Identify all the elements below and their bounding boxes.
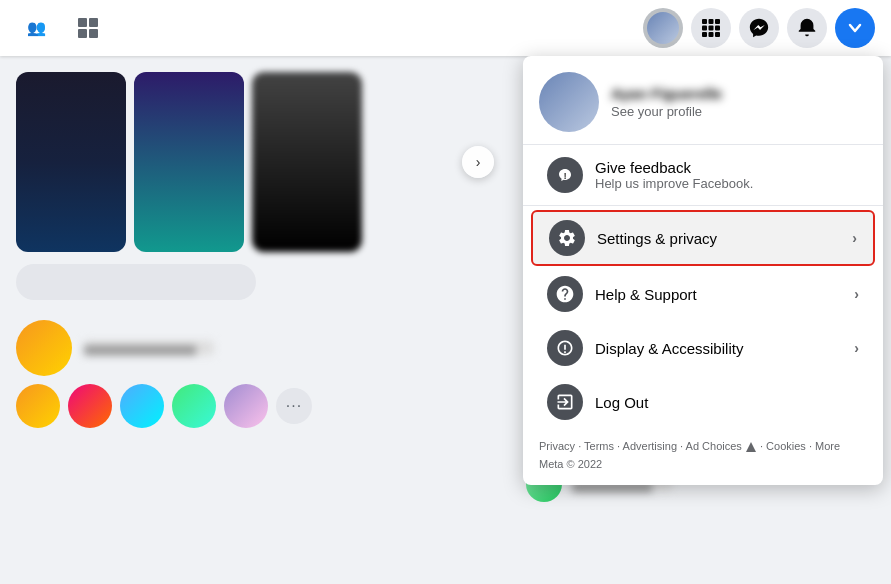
messenger-icon-btn[interactable] bbox=[739, 8, 779, 48]
svg-rect-14 bbox=[715, 32, 720, 37]
svg-rect-2 bbox=[78, 18, 87, 27]
dropdown-profile-item[interactable]: Ayan Figuerelle See your profile bbox=[523, 64, 883, 145]
grid-icon-btn[interactable] bbox=[691, 8, 731, 48]
display-title: Display & Accessibility bbox=[595, 340, 842, 357]
user-list-item: xxxxxxxxxxxxxx bbox=[16, 312, 494, 384]
svg-rect-8 bbox=[715, 19, 720, 24]
dropdown-item-logout[interactable]: Log Out bbox=[531, 376, 875, 428]
user-avatar-1 bbox=[16, 320, 72, 376]
story-card-3[interactable] bbox=[252, 72, 362, 252]
left-panel: › xxxxxxxxxxxxxx ··· bbox=[0, 56, 510, 584]
svg-rect-11 bbox=[715, 26, 720, 31]
footer-terms[interactable]: Terms bbox=[584, 440, 614, 452]
dropdown-footer: Privacy · Terms · Advertising · Ad Choic… bbox=[523, 430, 883, 477]
footer-cookies[interactable]: Cookies bbox=[766, 440, 806, 452]
profile-info: Ayan Figuerelle See your profile bbox=[611, 85, 722, 119]
footer-adchoices[interactable]: Ad Choices bbox=[686, 440, 742, 452]
logout-title: Log Out bbox=[595, 394, 859, 411]
feedback-subtitle: Help us improve Facebook. bbox=[595, 176, 859, 191]
dropdown-menu: Ayan Figuerelle See your profile ! Give … bbox=[523, 56, 883, 485]
dropdown-item-display[interactable]: Display & Accessibility › bbox=[531, 322, 875, 374]
display-text: Display & Accessibility bbox=[595, 340, 842, 357]
more-users-btn[interactable]: ··· bbox=[276, 388, 312, 424]
bell-icon-btn[interactable] bbox=[787, 8, 827, 48]
display-icon bbox=[547, 330, 583, 366]
settings-text: Settings & privacy bbox=[597, 230, 840, 247]
search-bar-placeholder bbox=[16, 264, 256, 300]
footer-privacy[interactable]: Privacy bbox=[539, 440, 575, 452]
small-avatar-4 bbox=[172, 384, 216, 428]
chevron-down-btn[interactable] bbox=[835, 8, 875, 48]
story-next-btn[interactable]: › bbox=[462, 146, 494, 178]
feedback-text: Give feedback Help us improve Facebook. bbox=[595, 159, 859, 191]
settings-icon bbox=[549, 220, 585, 256]
dropdown-item-help[interactable]: Help & Support › bbox=[531, 268, 875, 320]
help-title: Help & Support bbox=[595, 286, 842, 303]
svg-rect-10 bbox=[709, 26, 714, 31]
svg-rect-4 bbox=[78, 29, 87, 38]
svg-marker-16 bbox=[746, 442, 756, 452]
navbar-left: 👥 bbox=[16, 8, 108, 48]
small-avatar-5 bbox=[224, 384, 268, 428]
display-chevron-icon: › bbox=[854, 340, 859, 356]
feedback-title: Give feedback bbox=[595, 159, 859, 176]
profile-subtitle: See your profile bbox=[611, 104, 722, 119]
logout-icon bbox=[547, 384, 583, 420]
nav-square-icon[interactable] bbox=[68, 8, 108, 48]
fb-logo-icon[interactable]: 👥 bbox=[16, 8, 56, 48]
small-avatar-2 bbox=[68, 384, 112, 428]
svg-rect-9 bbox=[702, 26, 707, 31]
svg-text:!: ! bbox=[564, 172, 567, 181]
logout-text: Log Out bbox=[595, 394, 859, 411]
settings-title: Settings & privacy bbox=[597, 230, 840, 247]
adchoices-icon bbox=[745, 441, 757, 453]
footer-advertising[interactable]: Advertising bbox=[623, 440, 677, 452]
svg-rect-3 bbox=[89, 18, 98, 27]
user-avatar-nav[interactable] bbox=[643, 8, 683, 48]
feedback-icon: ! bbox=[547, 157, 583, 193]
help-icon bbox=[547, 276, 583, 312]
svg-rect-5 bbox=[89, 29, 98, 38]
navbar: 👥 bbox=[0, 0, 891, 56]
divider-1 bbox=[523, 205, 883, 206]
users-row: ··· bbox=[16, 384, 494, 428]
dropdown-item-settings[interactable]: Settings & privacy › bbox=[531, 210, 875, 266]
profile-avatar bbox=[539, 72, 599, 132]
footer-more[interactable]: More bbox=[815, 440, 840, 452]
user-name-1: xxxxxxxxxxxxxx bbox=[84, 341, 214, 355]
footer-meta: Meta © 2022 bbox=[539, 458, 602, 470]
story-card-1[interactable] bbox=[16, 72, 126, 252]
profile-name: Ayan Figuerelle bbox=[611, 85, 722, 102]
dropdown-item-give-feedback[interactable]: ! Give feedback Help us improve Facebook… bbox=[531, 149, 875, 201]
svg-rect-13 bbox=[709, 32, 714, 37]
svg-text:👥: 👥 bbox=[27, 18, 47, 37]
story-card-2[interactable] bbox=[134, 72, 244, 252]
svg-rect-6 bbox=[702, 19, 707, 24]
help-chevron-icon: › bbox=[854, 286, 859, 302]
svg-rect-12 bbox=[702, 32, 707, 37]
small-avatar-3 bbox=[120, 384, 164, 428]
svg-rect-7 bbox=[709, 19, 714, 24]
small-avatar-1 bbox=[16, 384, 60, 428]
help-text: Help & Support bbox=[595, 286, 842, 303]
navbar-right bbox=[643, 8, 875, 48]
settings-chevron-icon: › bbox=[852, 230, 857, 246]
stories-row: › bbox=[16, 72, 494, 252]
